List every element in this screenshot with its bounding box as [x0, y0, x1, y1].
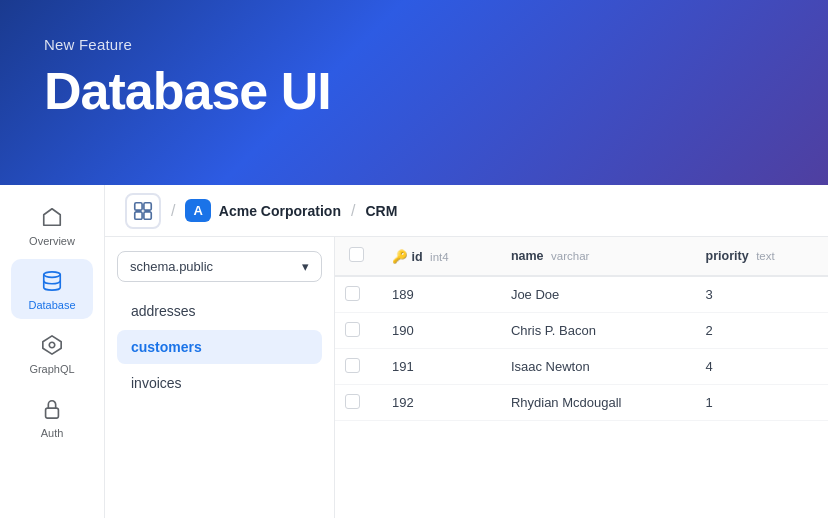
main-area: Overview Database GraphQL [0, 185, 828, 518]
cell-name-3: Rhydian Mcdougall [497, 385, 692, 421]
cell-name-1: Chris P. Bacon [497, 313, 692, 349]
select-all-checkbox[interactable] [349, 247, 364, 262]
table-row: 192 Rhydian Mcdougall 1 [335, 385, 828, 421]
org-name: Acme Corporation [219, 203, 341, 219]
cell-priority-2: 4 [692, 349, 828, 385]
sidebar-item-database[interactable]: Database [11, 259, 93, 319]
cell-id-3: 192 [378, 385, 497, 421]
row-checkbox-cell [335, 385, 378, 421]
panel-body: schema.public ▾ addresses customers invo… [105, 237, 828, 518]
th-priority: priority text [692, 237, 828, 276]
breadcrumb-bar: / A Acme Corporation / CRM [105, 185, 828, 237]
header-banner: New Feature Database UI [0, 0, 828, 185]
row-checkbox-3[interactable] [345, 394, 360, 409]
chevron-down-icon: ▾ [302, 259, 309, 274]
sidebar-graphql-label: GraphQL [29, 363, 74, 375]
key-icon: 🔑 [392, 250, 408, 264]
org-badge[interactable]: A [185, 199, 210, 222]
svg-point-2 [49, 342, 55, 348]
row-checkbox-cell [335, 349, 378, 385]
graphql-icon [38, 331, 66, 359]
table-row: 189 Joe Doe 3 [335, 276, 828, 313]
th-checkbox [335, 237, 378, 276]
table-item-addresses[interactable]: addresses [117, 294, 322, 328]
row-checkbox-cell [335, 276, 378, 313]
header-title: Database UI [44, 61, 784, 121]
cell-id-2: 191 [378, 349, 497, 385]
svg-point-0 [44, 272, 61, 278]
data-table: 🔑 id int4 name varchar priority text [335, 237, 828, 421]
svg-rect-4 [135, 202, 142, 209]
svg-rect-3 [46, 408, 59, 418]
th-id: 🔑 id int4 [378, 237, 497, 276]
sidebar-item-auth[interactable]: Auth [11, 387, 93, 447]
app-logo [125, 193, 161, 229]
cell-priority-0: 3 [692, 276, 828, 313]
schema-selector[interactable]: schema.public ▾ [117, 251, 322, 282]
cell-id-0: 189 [378, 276, 497, 313]
data-table-panel[interactable]: 🔑 id int4 name varchar priority text [335, 237, 828, 518]
table-item-customers[interactable]: customers [117, 330, 322, 364]
sidebar-database-label: Database [28, 299, 75, 311]
content-panel: / A Acme Corporation / CRM schema.public… [105, 185, 828, 518]
svg-rect-6 [135, 211, 142, 218]
table-item-invoices[interactable]: invoices [117, 366, 322, 400]
header-sub-label: New Feature [44, 36, 784, 53]
overview-icon [38, 203, 66, 231]
table-row: 190 Chris P. Bacon 2 [335, 313, 828, 349]
sidebar-item-graphql[interactable]: GraphQL [11, 323, 93, 383]
cell-priority-1: 2 [692, 313, 828, 349]
table-list-panel: schema.public ▾ addresses customers invo… [105, 237, 335, 518]
cell-name-2: Isaac Newton [497, 349, 692, 385]
row-checkbox-1[interactable] [345, 322, 360, 337]
cell-id-1: 190 [378, 313, 497, 349]
svg-marker-1 [43, 336, 61, 354]
schema-value: schema.public [130, 259, 213, 274]
sidebar-overview-label: Overview [29, 235, 75, 247]
svg-rect-5 [144, 202, 151, 209]
database-icon [38, 267, 66, 295]
sidebar: Overview Database GraphQL [0, 185, 105, 518]
breadcrumb-db: CRM [365, 203, 397, 219]
breadcrumb-sep-2: / [351, 202, 355, 220]
cell-priority-3: 1 [692, 385, 828, 421]
cell-name-0: Joe Doe [497, 276, 692, 313]
sidebar-auth-label: Auth [41, 427, 64, 439]
table-row: 191 Isaac Newton 4 [335, 349, 828, 385]
row-checkbox-cell [335, 313, 378, 349]
sidebar-item-overview[interactable]: Overview [11, 195, 93, 255]
row-checkbox-0[interactable] [345, 286, 360, 301]
org-icon: A [193, 203, 202, 218]
table-list: addresses customers invoices [117, 294, 322, 400]
th-name: name varchar [497, 237, 692, 276]
breadcrumb-sep-1: / [171, 202, 175, 220]
svg-rect-7 [144, 211, 151, 218]
row-checkbox-2[interactable] [345, 358, 360, 373]
auth-icon [38, 395, 66, 423]
